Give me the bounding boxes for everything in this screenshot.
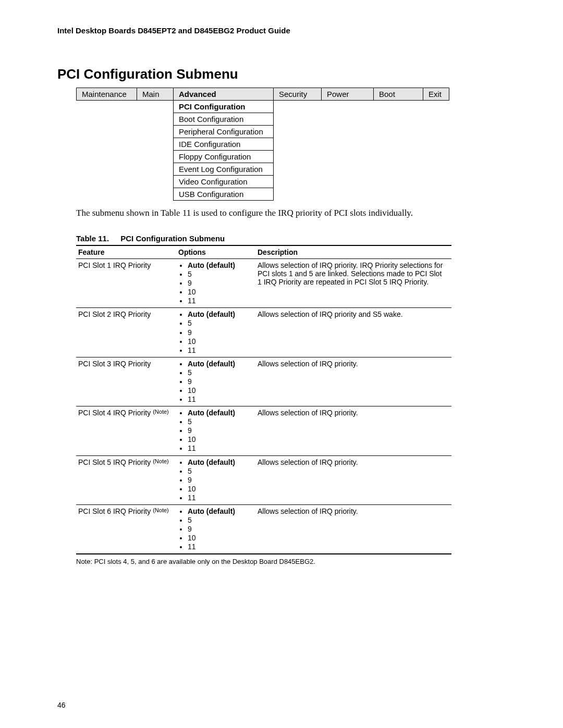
feature-cell: PCI Slot 6 IRQ Priority (Note) (76, 504, 176, 554)
tab-maintenance: Maintenance (77, 88, 137, 101)
option-5: 5 (188, 270, 251, 279)
option-11: 11 (188, 444, 251, 453)
submenu-pci-configuration: PCI Configuration (174, 101, 274, 113)
option-10: 10 (188, 435, 251, 444)
option-auto: Auto (default) (188, 458, 251, 467)
options-cell: Auto (default) 5 9 10 11 (176, 308, 255, 357)
option-9: 9 (188, 377, 251, 386)
pci-config-table: Feature Options Description PCI Slot 1 I… (76, 245, 451, 554)
option-10: 10 (188, 337, 251, 346)
option-11: 11 (188, 395, 251, 404)
table-number: Table 11. (76, 234, 109, 243)
submenu-floppy-configuration: Floppy Configuration (174, 151, 274, 163)
table-caption: Table 11. PCI Configuration Submenu (76, 234, 506, 243)
table-row: PCI Slot 6 IRQ Priority (Note) Auto (def… (76, 504, 451, 554)
page-number: 46 (57, 701, 506, 709)
table-row: PCI Slot 3 IRQ Priority Auto (default) 5… (76, 357, 451, 406)
table-row: PCI Slot 5 IRQ Priority (Note) Auto (def… (76, 455, 451, 504)
table-row: PCI Slot 4 IRQ Priority (Note) Auto (def… (76, 406, 451, 455)
submenu-video-configuration: Video Configuration (174, 176, 274, 188)
feature-text: PCI Slot 4 IRQ Priority (78, 409, 153, 417)
feature-cell: PCI Slot 4 IRQ Priority (Note) (76, 406, 176, 455)
tab-exit: Exit (423, 88, 449, 101)
option-10: 10 (188, 534, 251, 542)
description-cell: Allows selection of IRQ priority. (255, 504, 451, 554)
note-superscript: (Note) (153, 409, 169, 415)
feature-text: PCI Slot 5 IRQ Priority (78, 458, 153, 466)
option-auto: Auto (default) (188, 409, 251, 417)
tab-advanced: Advanced (174, 88, 274, 101)
bios-menu-table: Maintenance Main Advanced Security Power… (76, 88, 449, 201)
document-header: Intel Desktop Boards D845EPT2 and D845EB… (57, 26, 506, 35)
feature-cell: PCI Slot 3 IRQ Priority (76, 357, 176, 406)
options-cell: Auto (default) 5 9 10 11 (176, 357, 255, 406)
submenu-boot-configuration: Boot Configuration (174, 113, 274, 126)
option-9: 9 (188, 279, 251, 288)
options-cell: Auto (default) 5 9 10 11 (176, 259, 255, 308)
table-title: PCI Configuration Submenu (120, 234, 225, 243)
description-cell: Allows selection of IRQ priority and S5 … (255, 308, 451, 357)
options-cell: Auto (default) 5 9 10 11 (176, 455, 255, 504)
option-9: 9 (188, 328, 251, 337)
intro-paragraph: The submenu shown in Table 11 is used to… (76, 208, 506, 218)
option-auto: Auto (default) (188, 261, 251, 270)
option-10: 10 (188, 485, 251, 493)
option-11: 11 (188, 346, 251, 355)
option-11: 11 (188, 542, 251, 551)
menu-tab-row: Maintenance Main Advanced Security Power… (77, 88, 449, 101)
option-9: 9 (188, 426, 251, 435)
footnote: Note: PCI slots 4, 5, and 6 are availabl… (76, 558, 506, 565)
table-row: PCI Slot 2 IRQ Priority Auto (default) 5… (76, 308, 451, 357)
option-auto: Auto (default) (188, 507, 251, 516)
description-cell: Allows selection of IRQ priority. (255, 406, 451, 455)
submenu-peripheral-configuration: Peripheral Configuration (174, 126, 274, 138)
option-10: 10 (188, 386, 251, 395)
note-superscript: (Note) (153, 458, 169, 464)
feature-cell: PCI Slot 1 IRQ Priority (76, 259, 176, 308)
tab-power: Power (322, 88, 374, 101)
option-5: 5 (188, 319, 251, 328)
option-11: 11 (188, 297, 251, 305)
option-5: 5 (188, 467, 251, 476)
note-superscript: (Note) (153, 507, 169, 513)
tab-main: Main (137, 88, 174, 101)
col-description: Description (255, 245, 451, 259)
col-options: Options (176, 245, 255, 259)
option-5: 5 (188, 516, 251, 525)
options-cell: Auto (default) 5 9 10 11 (176, 406, 255, 455)
option-auto: Auto (default) (188, 360, 251, 368)
feature-cell: PCI Slot 2 IRQ Priority (76, 308, 176, 357)
submenu-event-log-configuration: Event Log Configuration (174, 163, 274, 176)
section-title: PCI Configuration Submenu (57, 66, 506, 82)
option-auto: Auto (default) (188, 310, 251, 319)
submenu-ide-configuration: IDE Configuration (174, 138, 274, 151)
option-9: 9 (188, 476, 251, 485)
col-feature: Feature (76, 245, 176, 259)
table-row: PCI Slot 1 IRQ Priority Auto (default) 5… (76, 259, 451, 308)
description-cell: Allows selection of IRQ priority. (255, 357, 451, 406)
option-5: 5 (188, 417, 251, 426)
tab-boot: Boot (374, 88, 423, 101)
option-10: 10 (188, 288, 251, 297)
feature-text: PCI Slot 6 IRQ Priority (78, 507, 153, 515)
tab-security: Security (274, 88, 322, 101)
options-cell: Auto (default) 5 9 10 11 (176, 504, 255, 554)
option-9: 9 (188, 525, 251, 534)
option-5: 5 (188, 368, 251, 377)
submenu-usb-configuration: USB Configuration (174, 188, 274, 201)
feature-cell: PCI Slot 5 IRQ Priority (Note) (76, 455, 176, 504)
description-cell: Allows selection of IRQ priority. (255, 455, 451, 504)
option-11: 11 (188, 493, 251, 502)
description-cell: Allows selection of IRQ priority. IRQ Pr… (255, 259, 451, 308)
table-header-row: Feature Options Description (76, 245, 451, 259)
